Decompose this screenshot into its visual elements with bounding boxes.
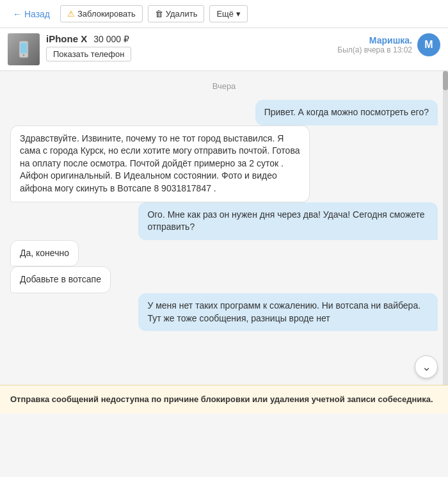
- listing-info: iPhone X 30 000 ₽ Показать телефон: [46, 33, 131, 61]
- more-button[interactable]: Ещё ▾: [209, 5, 247, 22]
- user-info-row: Маришка. Был(а) вчера в 13:02 M: [337, 33, 440, 56]
- message-bubble-4: Добавьте в вотсапе: [10, 266, 111, 293]
- svg-rect-1: [20, 43, 27, 53]
- message-bubble-2: Ого. Мне как раз он нужен дня через два!…: [138, 202, 438, 240]
- message-bubble-5: У меня нет таких программ к сожалению. Н…: [138, 293, 438, 331]
- toolbar: ← Назад ⚠ Заблокировать 🗑 Удалить Ещё ▾: [0, 0, 448, 28]
- svg-point-2: [23, 54, 25, 56]
- date-divider: Вчера: [10, 81, 438, 91]
- message-row-0: Привет. А когда можно посмотреть его?: [10, 100, 438, 125]
- show-phone-button[interactable]: Показать телефон: [46, 47, 131, 61]
- warning-icon: ⚠: [67, 9, 75, 19]
- listing-price: 30 000 ₽: [93, 34, 129, 44]
- scrollbar-thumb: [443, 71, 448, 90]
- message-row-5: У меня нет таких программ к сожалению. Н…: [10, 293, 438, 331]
- listing-header: iPhone X 30 000 ₽ Показать телефон Мариш…: [0, 28, 448, 71]
- show-phone-label: Показать телефон: [53, 49, 124, 59]
- message-row-2: Ого. Мне как раз он нужен дня через два!…: [10, 202, 438, 240]
- message-row-3: Да, конечно: [10, 240, 438, 267]
- listing-left: iPhone X 30 000 ₽ Показать телефон: [8, 33, 131, 65]
- delete-label: Удалить: [166, 9, 198, 19]
- chat-area: Вчера Привет. А когда можно посмотреть е…: [0, 71, 448, 385]
- listing-thumbnail: [8, 33, 40, 65]
- listing-right: Маришка. Был(а) вчера в 13:02 M: [337, 33, 440, 56]
- listing-image: [8, 33, 40, 65]
- avatar: M: [417, 33, 440, 56]
- blocked-notice-text: Отправка сообщений недоступна по причине…: [10, 394, 433, 404]
- avatar-letter: M: [424, 39, 433, 51]
- message-row-1: Здравствуйте. Извините, почему то не тот…: [10, 125, 438, 202]
- more-label: Ещё ▾: [216, 9, 240, 19]
- user-name[interactable]: Маришка.: [369, 35, 412, 45]
- block-label: Заблокировать: [77, 9, 136, 19]
- message-bubble-0: Привет. А когда можно посмотреть его?: [255, 100, 438, 125]
- listing-title-row: iPhone X 30 000 ₽: [46, 33, 131, 44]
- delete-button[interactable]: 🗑 Удалить: [148, 5, 205, 22]
- message-row-4: Добавьте в вотсапе: [10, 266, 438, 293]
- scrollbar[interactable]: [443, 71, 448, 385]
- trash-icon: 🗑: [155, 9, 163, 19]
- message-bubble-1: Здравствуйте. Извините, почему то не тот…: [10, 125, 310, 202]
- message-bubble-3: Да, конечно: [10, 240, 79, 267]
- user-status: Был(а) вчера в 13:02: [337, 45, 412, 54]
- listing-title: iPhone X: [46, 33, 87, 44]
- back-label: ← Назад: [13, 9, 50, 19]
- block-button[interactable]: ⚠ Заблокировать: [60, 5, 143, 22]
- scroll-down-button[interactable]: ⌄: [415, 355, 438, 378]
- chat-scroll[interactable]: Вчера Привет. А когда можно посмотреть е…: [0, 71, 448, 385]
- back-button[interactable]: ← Назад: [8, 6, 55, 22]
- blocked-notice: Отправка сообщений недоступна по причине…: [0, 385, 448, 414]
- chevron-down-icon: ⌄: [422, 360, 431, 374]
